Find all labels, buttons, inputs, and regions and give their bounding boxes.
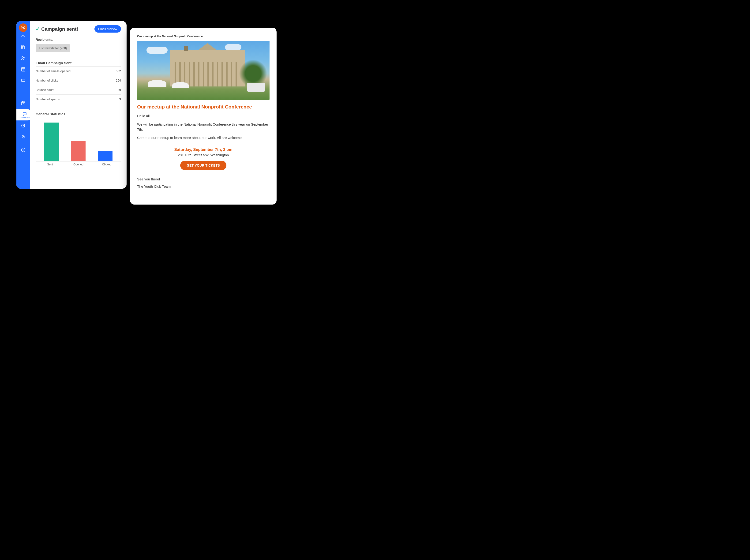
- nav-donations[interactable]: [16, 120, 30, 131]
- email-greeting: Hello all,: [137, 114, 270, 119]
- email-preview-card: Our meetup at the National Nonprofit Con…: [130, 28, 277, 204]
- stat-row: Number of clicks254: [36, 76, 121, 85]
- piechart-icon: [21, 123, 25, 128]
- stat-value: 254: [116, 79, 121, 82]
- svg-rect-1: [24, 45, 25, 46]
- calculator-icon: [21, 67, 25, 72]
- nav-add[interactable]: [16, 144, 30, 156]
- page-title: ✓ Campaign sent!: [36, 26, 78, 32]
- svg-rect-10: [22, 102, 25, 105]
- main-content: ✓ Campaign sent! Email preview Recipient…: [30, 21, 126, 188]
- chart-bar: [98, 151, 113, 161]
- stat-value: 502: [116, 69, 121, 73]
- svg-point-4: [24, 57, 25, 58]
- app-logo[interactable]: YC: [19, 23, 27, 32]
- stat-label: Number of emails opened: [36, 69, 71, 73]
- nav-dashboard[interactable]: [16, 41, 30, 53]
- stat-label: Bounce count: [36, 88, 54, 92]
- stat-value: 89: [118, 88, 121, 92]
- recipients-label: Recipients:: [36, 38, 121, 41]
- stat-label: Number of clicks: [36, 79, 58, 82]
- calendar-icon: [21, 101, 25, 105]
- nav-website[interactable]: [16, 75, 30, 86]
- nav-communication-placeholder: [16, 86, 30, 98]
- campaign-stats-title: Email Campaign Sent: [36, 61, 121, 65]
- chat-icon: [22, 112, 27, 116]
- event-address: 201 10th Street NW, Washington: [137, 153, 270, 157]
- email-subject: Our meetup at the National Nonprofit Con…: [137, 35, 270, 38]
- stat-row: Number of emails opened502: [36, 66, 121, 76]
- stats-chart: [36, 119, 121, 161]
- nav-members[interactable]: [16, 53, 30, 64]
- plus-circle-icon: [21, 147, 25, 152]
- rocket-icon: [21, 135, 25, 139]
- stat-row: Number of spams3: [36, 95, 121, 104]
- page-header: ✓ Campaign sent! Email preview: [36, 25, 121, 33]
- chart-bar: [71, 141, 85, 161]
- event-date: Saturday, September 7th, 2 pm: [137, 147, 270, 152]
- general-stats-title: General Statistics: [36, 112, 121, 116]
- svg-rect-2: [21, 47, 23, 49]
- stat-value: 3: [119, 98, 121, 101]
- email-hero-image: [137, 41, 270, 100]
- nav-accounting[interactable]: [16, 64, 30, 75]
- email-body: Hello all, We will be participating in t…: [137, 114, 270, 140]
- svg-rect-0: [21, 45, 23, 46]
- sidebar: YC AC: [16, 21, 30, 188]
- chart-category-label: Sent: [36, 163, 64, 166]
- chart-bar: [44, 123, 59, 161]
- user-badge[interactable]: AC: [21, 34, 25, 37]
- email-signoff: See you there! The Youth Club Team: [137, 177, 270, 188]
- svg-point-15: [23, 136, 24, 137]
- stat-label: Number of spams: [36, 98, 60, 101]
- chart-category-label: Clicked: [93, 163, 121, 166]
- email-closing: See you there!: [137, 177, 270, 181]
- people-icon: [21, 56, 25, 60]
- nav-events[interactable]: [16, 98, 30, 109]
- chart-category-label: Opened: [64, 163, 93, 166]
- check-icon: ✓: [36, 26, 40, 32]
- svg-rect-9: [22, 79, 25, 82]
- svg-point-3: [22, 57, 23, 58]
- nav-launch[interactable]: [16, 131, 30, 142]
- stat-row: Bounce count89: [36, 85, 121, 95]
- campaign-panel: YC AC Communication: [16, 21, 126, 188]
- laptop-icon: [21, 78, 25, 83]
- get-tickets-button[interactable]: GET YOUR TICKETS: [180, 161, 226, 170]
- email-signature: The Youth Club Team: [137, 184, 270, 188]
- campaign-stats-section: Email Campaign Sent Number of emails ope…: [36, 61, 121, 104]
- email-event-block: Saturday, September 7th, 2 pm 201 10th S…: [137, 147, 270, 170]
- email-body-title: Our meetup at the National Nonprofit Con…: [137, 104, 270, 109]
- grid-icon: [21, 44, 25, 49]
- page-title-text: Campaign sent!: [41, 26, 78, 32]
- general-stats-section: General Statistics SentOpenedClicked: [36, 112, 121, 166]
- email-para1: We will be participating in the National…: [137, 122, 270, 132]
- recipient-chip[interactable]: List Newsletter (968): [36, 44, 70, 52]
- nav-communication-label: Communication: [19, 117, 31, 118]
- email-preview-button[interactable]: Email preview: [95, 25, 121, 33]
- nav-communication[interactable]: Communication: [16, 109, 33, 120]
- email-para2: Come to our meetup to learn more about o…: [137, 135, 270, 140]
